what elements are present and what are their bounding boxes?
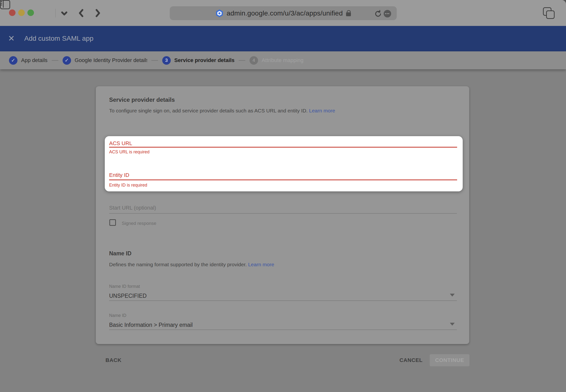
site-favicon: [216, 9, 223, 17]
step-separator: [52, 60, 59, 61]
learn-more-link[interactable]: Learn more: [309, 108, 335, 113]
toolbar-divider: [55, 9, 56, 17]
acs-url-label: ACS URL: [109, 140, 132, 147]
step-attribute-mapping: 4 Attribute mapping: [250, 56, 303, 65]
acs-url-error: ACS URL is required: [109, 150, 149, 154]
name-id-format-label: Name ID format: [109, 284, 140, 289]
entity-id-label: Entity ID: [109, 172, 129, 178]
name-id-label: Name ID: [109, 313, 126, 318]
entity-id-input[interactable]: [109, 180, 457, 180]
required-fields-highlight: ACS URL ACS URL is required Entity ID En…: [105, 136, 463, 191]
dropdown-arrow-icon[interactable]: [450, 294, 455, 296]
back-button[interactable]: BACK: [105, 357, 121, 364]
entity-id-error: Entity ID is required: [109, 183, 147, 188]
name-id-description: Defines the naming format supported by t…: [109, 262, 274, 267]
browser-toolbar: admin.google.com/u/3/ac/apps/unified •••: [0, 0, 566, 26]
step4-number-badge: 4: [250, 56, 258, 65]
step-separator: [239, 60, 245, 61]
close-icon[interactable]: ✕: [8, 33, 15, 44]
back-icon[interactable]: [78, 8, 84, 18]
step1-check-icon: ✓: [9, 56, 17, 65]
name-id-format-select[interactable]: [109, 300, 457, 301]
step3-number-badge: 3: [162, 56, 171, 65]
name-id-heading: Name ID: [109, 250, 132, 257]
minimize-window-button[interactable]: [18, 9, 25, 16]
step-label: Google Identity Provider details: [75, 57, 147, 63]
start-url-label: Start URL (optional): [109, 205, 156, 211]
section-heading: Service provider details: [109, 97, 175, 103]
signed-response-checkbox[interactable]: [109, 219, 116, 226]
step-separator: [151, 60, 158, 61]
acs-url-input[interactable]: [109, 147, 457, 148]
forward-icon[interactable]: [95, 8, 101, 18]
step-google-idp-details[interactable]: ✓ Google Identity Provider details: [62, 56, 147, 65]
step2-check-icon: ✓: [62, 56, 71, 65]
zoom-window-button[interactable]: [27, 9, 34, 16]
learn-more-link[interactable]: Learn more: [248, 262, 274, 267]
step-label: Attribute mapping: [262, 57, 303, 63]
dialog-title: Add custom SAML app: [24, 35, 93, 42]
reload-icon[interactable]: [374, 10, 382, 18]
chevron-down-icon[interactable]: [60, 11, 68, 16]
step-label: App details: [21, 57, 47, 63]
service-provider-details-card: Service provider details To configure si…: [96, 86, 469, 344]
dialog-header: ✕ Add custom SAML app: [0, 26, 566, 51]
close-window-button[interactable]: [9, 9, 15, 16]
tab-overview-icon[interactable]: [543, 7, 556, 19]
name-id-value: Basic Information > Primary email: [109, 322, 193, 328]
section-description: To configure single sign on, add service…: [109, 108, 335, 114]
dropdown-arrow-icon[interactable]: [450, 323, 455, 326]
progress-stepper: ✓ App details ✓ Google Identity Provider…: [0, 51, 566, 69]
sidebar-toggle-icon[interactable]: [0, 0, 10, 9]
more-icon[interactable]: •••: [384, 10, 391, 17]
name-id-format-value: UNSPECIFIED: [109, 293, 147, 299]
signed-response-label: Signed response: [122, 221, 156, 226]
url-text: admin.google.com/u/3/ac/apps/unified: [227, 9, 343, 17]
address-bar[interactable]: admin.google.com/u/3/ac/apps/unified •••: [170, 6, 397, 20]
start-url-input[interactable]: [109, 213, 457, 214]
step-service-provider-details[interactable]: 3 Service provider details: [162, 56, 235, 65]
cancel-button[interactable]: CANCEL: [398, 357, 424, 364]
name-id-select[interactable]: [109, 330, 457, 330]
continue-button[interactable]: CONTINUE: [430, 354, 469, 366]
lock-icon: [346, 12, 351, 16]
step-app-details[interactable]: ✓ App details: [9, 56, 47, 65]
browser-window: admin.google.com/u/3/ac/apps/unified •••…: [0, 0, 566, 392]
step-label: Service provider details: [174, 57, 235, 63]
